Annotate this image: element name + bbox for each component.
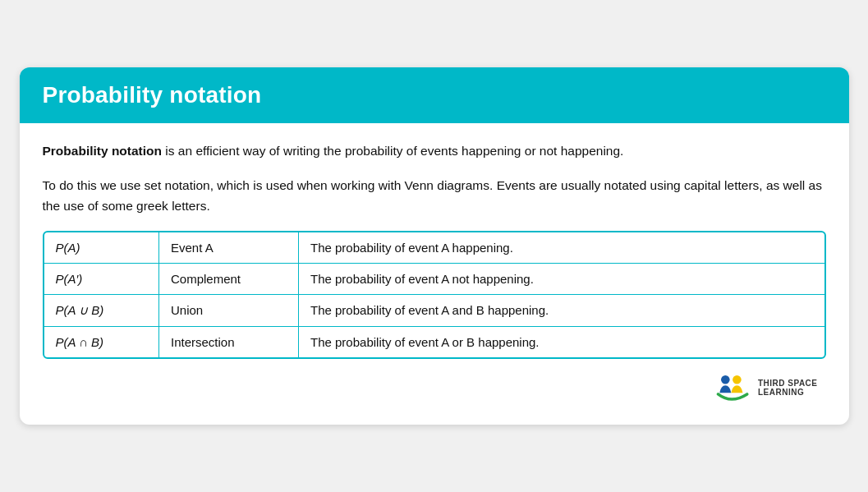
name-cell: Intersection	[159, 326, 299, 357]
logo-line1: THIRD SPACE	[758, 379, 818, 388]
table-row: P(A′) Complement The probability of even…	[44, 263, 824, 294]
name-cell: Complement	[159, 263, 299, 294]
row-description: The probability of event A or B happenin…	[310, 335, 540, 349]
content-section: Probability notation is an efficient way…	[20, 123, 849, 424]
row-description: The probability of event A happening.	[310, 241, 513, 255]
footer-row: THIRD SPACE LEARNING	[43, 367, 826, 407]
notation-cell: P(A ∪ B)	[44, 294, 159, 326]
description-cell: The probability of event A and B happeni…	[299, 294, 824, 326]
description-cell: The probability of event A or B happenin…	[299, 326, 824, 357]
row-description: The probability of event A and B happeni…	[310, 303, 549, 317]
intro-rest-text: is an efficient way of writing the proba…	[162, 144, 623, 158]
page-title: Probability notation	[43, 82, 826, 108]
logo-area: THIRD SPACE LEARNING	[715, 372, 818, 403]
row-description: The probability of event A not happening…	[310, 272, 534, 286]
name-cell: Union	[159, 294, 299, 326]
body-paragraph: To do this we use set notation, which is…	[43, 176, 826, 215]
intro-bold-text: Probability notation	[43, 144, 163, 158]
name-cell: Event A	[159, 232, 299, 264]
row-name: Complement	[171, 272, 241, 286]
notation-cell: P(A′)	[44, 263, 159, 294]
main-card: Probability notation Probability notatio…	[20, 67, 849, 424]
notation-cell: P(A ∩ B)	[44, 326, 159, 357]
row-name: Union	[171, 303, 203, 317]
table-row: P(A) Event A The probability of event A …	[44, 232, 824, 264]
description-cell: The probability of event A not happening…	[299, 263, 824, 294]
logo-text: THIRD SPACE LEARNING	[758, 379, 818, 397]
logo-line2: LEARNING	[758, 388, 818, 397]
svg-point-0	[721, 375, 730, 384]
notation-table: P(A) Event A The probability of event A …	[44, 232, 824, 357]
intro-paragraph: Probability notation is an efficient way…	[43, 141, 826, 161]
notation-cell: P(A)	[44, 232, 159, 264]
table-row: P(A ∪ B) Union The probability of event …	[44, 294, 824, 326]
row-name: Event A	[171, 241, 214, 255]
notation-table-wrapper: P(A) Event A The probability of event A …	[43, 231, 826, 359]
svg-point-1	[733, 375, 742, 384]
table-row: P(A ∩ B) Intersection The probability of…	[44, 326, 824, 357]
header-section: Probability notation	[20, 67, 849, 123]
logo-icon	[715, 372, 751, 403]
description-cell: The probability of event A happening.	[299, 232, 824, 264]
row-name: Intersection	[171, 335, 235, 349]
